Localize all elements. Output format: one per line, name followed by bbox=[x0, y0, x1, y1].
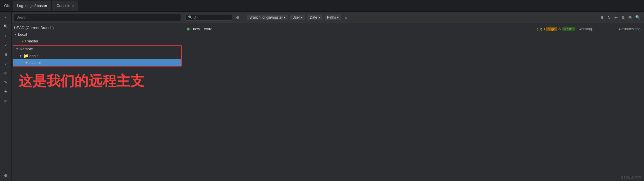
tab-console[interactable]: Console × bbox=[52, 1, 78, 11]
commit-message: new word bbox=[193, 27, 533, 31]
push-pull-button[interactable]: ⇅ bbox=[620, 14, 626, 21]
paths-filter-button[interactable]: Paths ▾ bbox=[325, 15, 341, 20]
remote-master-label: master bbox=[29, 60, 41, 65]
remote-label: Remote bbox=[20, 47, 33, 51]
master-tag: master bbox=[562, 27, 575, 31]
tab-log-label: Log: origin/master bbox=[17, 3, 47, 8]
git-label: Git: bbox=[2, 3, 12, 8]
branch-list: HEAD (Current Branch) ▼ Local 🏷 master ▼… bbox=[12, 23, 183, 181]
star-branch-icon: ★ bbox=[25, 61, 28, 65]
local-master-label: master bbox=[27, 39, 38, 43]
head-branch-item[interactable]: HEAD (Current Branch) bbox=[12, 24, 183, 31]
commit-dot bbox=[187, 28, 190, 31]
branch-filter-chevron: ▾ bbox=[284, 15, 286, 19]
main-area: ‹ 🔍 + ✓ ▦ ↙ ⊕ ✎ ★ ⊕ ⚙ HEAD (Current Bran… bbox=[0, 12, 644, 181]
commit-author: wanlong bbox=[579, 27, 602, 31]
branch-panel: HEAD (Current Branch) ▼ Local 🏷 master ▼… bbox=[12, 12, 183, 181]
user-filter-label: User bbox=[292, 15, 300, 19]
title-bar: Git: Log: origin/master Console × bbox=[0, 0, 644, 12]
log-settings-button[interactable]: ⚙ bbox=[234, 14, 241, 21]
tag-ampersand: & bbox=[559, 27, 561, 31]
trash-icon[interactable]: ▦ bbox=[1, 50, 11, 59]
origin-label: origin bbox=[29, 54, 39, 58]
origin-tag: origin bbox=[546, 27, 557, 31]
check-icon[interactable]: ✓ bbox=[1, 41, 11, 49]
paths-filter-label: Paths bbox=[327, 15, 336, 19]
log-search-box[interactable]: 🔍 bbox=[185, 14, 232, 21]
settings-icon[interactable]: ⚙ bbox=[1, 171, 11, 180]
user-filter-chevron: ▾ bbox=[301, 15, 303, 19]
fetch-button[interactable]: ⇤ bbox=[613, 14, 619, 21]
globe-icon[interactable]: ⊕ bbox=[1, 96, 11, 105]
separator1 bbox=[244, 15, 244, 20]
back-icon[interactable]: ‹ bbox=[1, 13, 11, 21]
branch-search-input[interactable] bbox=[14, 14, 181, 21]
search-sidebar-icon[interactable]: 🔍 bbox=[1, 22, 11, 31]
paths-filter-chevron: ▾ bbox=[337, 15, 339, 19]
log-toolbar: 🔍 ⚙ Branch: origin/master ▾ User ▾ Date … bbox=[183, 12, 644, 23]
log-search-input[interactable] bbox=[193, 15, 231, 19]
origin-folder-item[interactable]: ▼ 📁 origin bbox=[13, 52, 181, 59]
remote-highlight-box: ▼ Remote ▼ 📁 origin ★ master bbox=[13, 45, 182, 67]
local-chevron: ▼ bbox=[14, 33, 17, 36]
plus-icon[interactable]: + bbox=[1, 31, 11, 40]
edit-icon[interactable]: ✎ bbox=[1, 78, 11, 87]
date-filter-label: Date bbox=[310, 15, 317, 19]
commit-tags: 🏷🏷 origin & master bbox=[537, 27, 575, 31]
remote-master-item[interactable]: ★ master bbox=[13, 59, 181, 66]
right-action-icons: ⏸ ↻ ⇤ ⇅ ⊞ 🔍 bbox=[598, 14, 642, 21]
remote-section-header[interactable]: ▼ Remote bbox=[13, 46, 181, 52]
tab-console-close[interactable]: × bbox=[72, 4, 74, 8]
date-filter-chevron: ▾ bbox=[318, 15, 320, 19]
user-filter-button[interactable]: User ▾ bbox=[290, 15, 305, 20]
branch-filter-label: Branch: origin/master bbox=[249, 15, 283, 19]
more-filters-button[interactable]: » bbox=[343, 14, 349, 21]
tags-icon: 🏷🏷 bbox=[537, 27, 545, 31]
refresh-button[interactable]: ↻ bbox=[606, 14, 612, 21]
branch-button[interactable]: ⊞ bbox=[627, 14, 633, 21]
head-label: HEAD (Current Branch) bbox=[14, 26, 54, 30]
local-section-header[interactable]: ▼ Local bbox=[12, 31, 183, 38]
tab-log[interactable]: Log: origin/master bbox=[13, 1, 51, 11]
branch-filter-button[interactable]: Branch: origin/master ▾ bbox=[247, 15, 288, 20]
magnify-icon[interactable]: ⊕ bbox=[1, 69, 11, 77]
tab-console-label: Console bbox=[56, 3, 70, 8]
commit-time: 4 minutes ago bbox=[606, 27, 641, 31]
annotation-text: 这是我们的远程主支 bbox=[12, 67, 183, 95]
folder-icon: 📁 bbox=[23, 53, 28, 58]
star-icon[interactable]: ★ bbox=[1, 87, 11, 96]
remote-chevron: ▼ bbox=[16, 47, 19, 51]
date-filter-button[interactable]: Date ▾ bbox=[307, 15, 322, 20]
tag-icon: 🏷 bbox=[22, 39, 26, 43]
sidebar-icons: ‹ 🔍 + ✓ ▦ ↙ ⊕ ✎ ★ ⊕ ⚙ bbox=[0, 12, 12, 181]
search-log-icon: 🔍 bbox=[188, 15, 192, 19]
log-search-icon-btn[interactable]: 🔍 bbox=[634, 14, 642, 21]
origin-chevron: ▼ bbox=[19, 54, 22, 58]
local-master-item[interactable]: 🏷 master bbox=[12, 38, 183, 44]
table-row[interactable]: new word 🏷🏷 origin & master wanlong 4 mi… bbox=[183, 23, 644, 35]
pull-icon[interactable]: ↙ bbox=[1, 59, 11, 68]
local-label: Local bbox=[18, 32, 27, 37]
log-entries: new word 🏷🏷 origin & master wanlong 4 mi… bbox=[183, 23, 644, 181]
branch-panel-toolbar bbox=[12, 12, 183, 23]
log-panel: 🔍 ⚙ Branch: origin/master ▾ User ▾ Date … bbox=[183, 12, 644, 181]
pause-button[interactable]: ⏸ bbox=[598, 14, 605, 21]
watermark: CSDN @ 南帝 bbox=[621, 175, 642, 180]
